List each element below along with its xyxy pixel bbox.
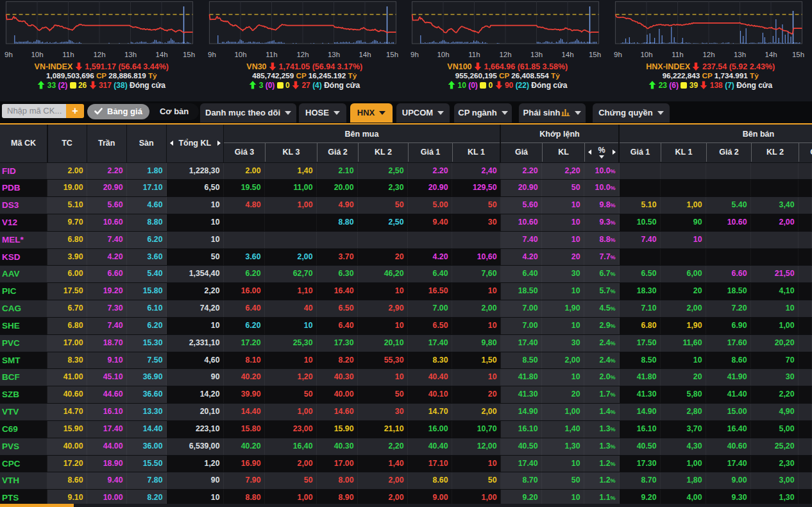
svg-text:10h: 10h [640, 51, 652, 58]
svg-text:9h: 9h [208, 51, 216, 58]
svg-text:13h: 13h [733, 51, 745, 58]
svg-text:14h: 14h [765, 51, 777, 58]
svg-text:10h: 10h [437, 51, 449, 58]
svg-text:13h: 13h [124, 51, 137, 58]
svg-text:15h: 15h [791, 51, 804, 58]
svg-text:14h: 14h [155, 51, 167, 58]
svg-text:14h: 14h [359, 51, 371, 58]
svg-text:12h: 12h [702, 51, 715, 58]
svg-text:13h: 13h [530, 51, 543, 58]
svg-text:14h: 14h [561, 51, 573, 58]
svg-text:12h: 12h [93, 51, 105, 58]
svg-text:15h: 15h [589, 51, 601, 58]
svg-text:10h: 10h [234, 51, 246, 58]
svg-text:11h: 11h [672, 51, 683, 58]
svg-text:15h: 15h [183, 51, 195, 58]
svg-text:11h: 11h [266, 51, 277, 58]
svg-text:10h: 10h [31, 51, 43, 58]
svg-text:9h: 9h [614, 51, 622, 58]
svg-text:12h: 12h [499, 51, 511, 58]
svg-text:13h: 13h [327, 51, 339, 58]
svg-text:12h: 12h [296, 51, 309, 58]
svg-text:11h: 11h [62, 51, 74, 58]
svg-text:9h: 9h [410, 51, 419, 58]
svg-text:11h: 11h [468, 51, 480, 58]
svg-text:9h: 9h [4, 51, 13, 58]
svg-text:15h: 15h [385, 51, 398, 58]
